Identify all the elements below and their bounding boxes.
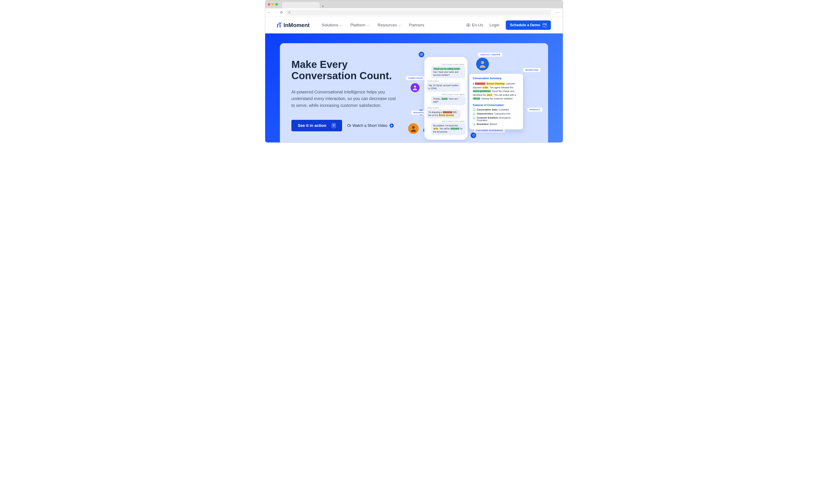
summary-text: . The call ended with a	[493, 94, 516, 96]
nav-solutions[interactable]: Solutions	[322, 23, 341, 28]
watch-video-label: Or Watch a Short Video	[347, 123, 387, 128]
chat-text: Thanks,	[433, 98, 441, 100]
chevron-down-icon	[398, 24, 401, 26]
play-icon	[389, 123, 394, 128]
chat-bubble-agent: No problem. I've found the error. You wi…	[431, 123, 465, 135]
brand-name: InMoment	[284, 22, 310, 29]
summary-text: , leaving the customer satisfied.	[480, 97, 513, 100]
nav-platform-label: Platform	[350, 23, 366, 28]
close-window-button[interactable]	[268, 3, 270, 5]
check-icon	[473, 117, 475, 119]
nav-resources-label: Resources	[378, 23, 397, 28]
phone-mockup: Trish (Contact Center Agent) Thank you f…	[424, 57, 468, 140]
back-button[interactable]: ←	[267, 11, 271, 14]
chat-sender-label: Trish (Contact Center Agent)	[426, 64, 465, 66]
chat-highlight: Thank you for calling Zenith	[433, 68, 460, 70]
avatar	[476, 58, 489, 71]
check-icon	[473, 123, 475, 126]
feature-item: Characteristics: Transaction Fee	[473, 112, 520, 115]
browser-menu-button[interactable]: ⋯	[554, 10, 561, 14]
tab-strip: +	[282, 0, 326, 8]
chat-bubble-caller: Yep, it's Sarah, account number is 12345…	[426, 83, 461, 92]
hero-headline-line2: Conversation Count.	[291, 70, 392, 81]
feature-value: Refund	[489, 123, 497, 125]
summary-text: . The agent followed the	[488, 86, 513, 89]
chat-highlight: Sarah	[441, 98, 448, 100]
hero-illustration: COMPLIANCE INSIGHTS CONTACT CENTER MARKE…	[402, 52, 537, 131]
chat-text: .	[454, 114, 455, 116]
minimize-window-button[interactable]	[272, 3, 274, 5]
login-link[interactable]: Login	[490, 23, 500, 28]
main-nav: Solutions Platform Resources Partners	[322, 23, 424, 28]
browser-toolbar: ← → ⟳ ⋯	[265, 8, 563, 17]
nav-solutions-label: Solutions	[322, 23, 338, 28]
summary-title: Conversation Summary:	[473, 77, 520, 80]
schedule-demo-button[interactable]: Schedule a Demo	[506, 20, 551, 30]
feature-label: Conversation Topic:	[477, 108, 498, 111]
nav-partners-label: Partners	[409, 23, 424, 28]
chevron-down-icon	[367, 24, 369, 26]
svg-point-5	[481, 61, 484, 64]
svg-point-4	[412, 126, 415, 129]
reload-button[interactable]: ⟳	[280, 10, 283, 14]
svg-point-0	[288, 11, 290, 13]
chat-bubble-agent: Thank you for calling Zenith. Can I have…	[431, 66, 465, 78]
see-it-in-action-button[interactable]: See it in action	[291, 120, 342, 131]
tag-contact-center: CONTACT CENTER	[478, 52, 503, 57]
window-controls	[268, 3, 278, 5]
maximize-window-button[interactable]	[276, 3, 278, 5]
summary-highlight: error	[487, 94, 492, 96]
tag-insights: INSIGHTS	[411, 111, 426, 115]
feature-value: Transaction Fee	[494, 112, 510, 115]
chat-bubble-agent: Thanks, Sarah. How can I help?	[431, 96, 465, 105]
hero-card: Make Every Conversation Count. AI-powere…	[280, 43, 548, 142]
chat-sender-label: Trish (Contact Center Agent)	[426, 120, 465, 122]
features-list: Conversation Topic: Complaint Characteri…	[473, 108, 520, 126]
tag-compliance: COMPLIANCE	[406, 76, 425, 80]
document-icon	[332, 123, 336, 128]
features-title: Features of Conversation:	[473, 103, 520, 107]
chat-icon	[470, 133, 476, 138]
nav-partners[interactable]: Partners	[409, 23, 424, 28]
chat-highlight: Bronze account	[439, 114, 454, 116]
summary-highlight: refund	[473, 97, 480, 100]
forward-button[interactable]: →	[274, 11, 277, 14]
nav-resources[interactable]: Resources	[378, 23, 400, 28]
feature-item: Conversation Topic: Complaint	[473, 108, 520, 111]
chevron-down-icon	[339, 24, 342, 26]
browser-title-bar: +	[265, 0, 563, 8]
phone-notch	[439, 57, 453, 60]
svg-line-1	[290, 13, 291, 13]
chat-highlight: ridiculous	[443, 111, 453, 114]
globe-icon	[466, 23, 470, 27]
chat-highlight: error	[433, 127, 439, 130]
primary-cta-label: See it in action	[298, 123, 326, 128]
mail-icon	[419, 52, 424, 57]
summary-highlight: frustrated	[475, 82, 486, 85]
summary-highlight: a fee	[482, 86, 488, 89]
feature-item: Resolution: Refund	[473, 123, 520, 126]
search-icon	[288, 11, 291, 14]
chat-text: I'm disputing a	[428, 111, 443, 114]
chat-text: No problem. I've found the	[433, 125, 458, 127]
chat-bubble-caller: I'm disputing a ridiculous $35 fee on my…	[426, 110, 461, 119]
feature-value: Complaint	[498, 108, 509, 111]
conversation-summary-card: Conversation Summary: A frustrated Bronz…	[469, 74, 523, 129]
avatar	[408, 123, 419, 134]
check-icon	[473, 109, 475, 111]
url-bar[interactable]	[286, 10, 551, 15]
new-tab-button[interactable]: +	[320, 4, 326, 8]
check-icon	[473, 113, 475, 115]
hero-section: Make Every Conversation Count. AI-powere…	[265, 33, 563, 142]
calendar-icon	[543, 23, 547, 27]
avatar	[411, 83, 419, 92]
watch-video-link[interactable]: Or Watch a Short Video	[347, 123, 394, 128]
feature-label: Resolution:	[477, 123, 489, 125]
nav-platform[interactable]: Platform	[350, 23, 369, 28]
brand-logo[interactable]: InMoment	[277, 22, 310, 29]
browser-tab[interactable]	[282, 2, 320, 8]
feature-item: Customer Emotions: Annoyance, Frustratio…	[473, 116, 520, 122]
language-selector[interactable]: En-Us	[466, 23, 483, 28]
hero-headline-line1: Make Every	[291, 59, 347, 70]
summary-body: A frustrated Bronze Checking customer di…	[473, 82, 520, 101]
